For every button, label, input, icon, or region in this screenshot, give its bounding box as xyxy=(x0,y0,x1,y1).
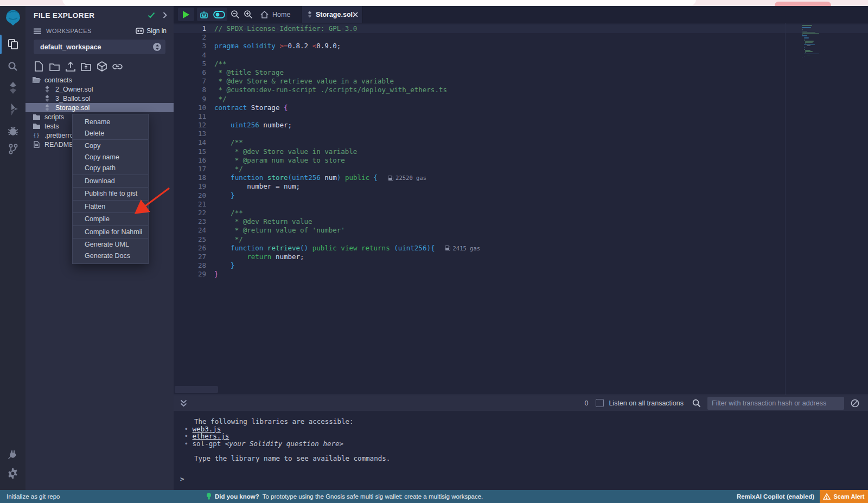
horizontal-scrollbar[interactable] xyxy=(175,386,218,393)
line-number: 14 xyxy=(174,138,206,147)
context-menu-item-download[interactable]: Download xyxy=(73,176,148,187)
sidebar-item-file-explorer[interactable] xyxy=(0,35,25,53)
tree-item-2-owner-sol[interactable]: 2_Owner.sol xyxy=(25,85,174,94)
workspace-select[interactable]: default_workspace xyxy=(34,40,165,54)
sign-in-button[interactable]: Sign in xyxy=(136,27,167,35)
run-script-button[interactable] xyxy=(178,8,194,21)
tab-storage-sol[interactable]: Storage.sol xyxy=(302,6,363,23)
code-text[interactable]: * @dev Return value xyxy=(206,217,312,226)
sol-icon xyxy=(43,86,52,93)
code-text[interactable]: pragma solidity >=0.8.2 <0.9.0; xyxy=(206,42,341,50)
terminal-search-icon[interactable] xyxy=(692,399,701,408)
code-text[interactable]: * @dev Store value in variable xyxy=(206,147,357,156)
context-menu-item-compile-for-nahmii[interactable]: Compile for Nahmii xyxy=(73,227,148,238)
code-text[interactable]: * @dev Store & retrieve value in a varia… xyxy=(206,77,394,86)
code-text[interactable]: // SPDX-License-Identifier: GPL-3.0 xyxy=(206,24,357,33)
terminal-collapse-icon[interactable] xyxy=(180,399,187,407)
line-number: 17 xyxy=(174,165,206,173)
sidebar-item-search[interactable] xyxy=(0,57,25,75)
code-line-23: 23 * @dev Return value xyxy=(174,217,868,226)
link-button[interactable] xyxy=(112,61,123,72)
code-text[interactable]: /** xyxy=(206,60,227,68)
code-text[interactable] xyxy=(206,200,214,209)
context-menu-item-generate-uml[interactable]: Generate UML xyxy=(73,239,148,250)
context-menu-item-generate-docs[interactable]: Generate Docs xyxy=(73,250,148,262)
close-tab-icon[interactable] xyxy=(353,12,358,17)
check-icon[interactable] xyxy=(148,12,155,18)
context-menu-item-flatten[interactable]: Flatten xyxy=(73,201,148,212)
code-text[interactable]: function store(uint256 num) public { xyxy=(206,173,378,182)
context-menu-item-compile[interactable]: Compile xyxy=(73,214,148,225)
zoom-out-button[interactable] xyxy=(231,8,240,21)
code-text[interactable]: */ xyxy=(206,165,243,173)
init-git-repo-button[interactable]: Initialize as git repo xyxy=(7,493,60,500)
line-number: 5 xyxy=(174,60,206,68)
sidebar-item-settings[interactable] xyxy=(0,464,25,482)
code-line-19: 19 number = num; xyxy=(174,182,868,191)
code-text[interactable]: number = num; xyxy=(206,182,300,191)
sidebar-item-plugin-manager[interactable] xyxy=(0,446,25,464)
line-number: 27 xyxy=(174,253,206,261)
tree-item-label: .prettierrc xyxy=(44,132,73,139)
new-folder-button[interactable] xyxy=(49,61,60,72)
sidebar-item-git[interactable] xyxy=(0,140,25,158)
copilot-status[interactable]: RemixAI Copilot (enabled) xyxy=(737,493,814,500)
context-menu-item-rename[interactable]: Rename xyxy=(73,117,148,128)
tab-home[interactable]: Home xyxy=(260,6,290,23)
upload-folder-button[interactable] xyxy=(81,61,91,72)
listen-label: Listen on all transactions xyxy=(609,399,684,407)
code-text[interactable]: contract Storage { xyxy=(206,104,288,112)
code-text[interactable]: } xyxy=(206,261,235,270)
code-text[interactable]: * @custom:dev-run-script ./scripts/deplo… xyxy=(206,86,447,94)
code-text[interactable] xyxy=(206,130,214,138)
scam-alert-button[interactable]: Scam Alert xyxy=(820,490,868,503)
code-line-7: 7 * @dev Store & retrieve value in a var… xyxy=(174,77,868,86)
remix-logo[interactable] xyxy=(0,9,25,27)
code-text[interactable]: * @return value of 'number' xyxy=(206,226,345,235)
code-text[interactable]: * @param num value to store xyxy=(206,156,345,165)
tree-item-contracts[interactable]: contracts xyxy=(25,75,174,85)
code-text[interactable] xyxy=(206,33,214,42)
clear-console-icon[interactable] xyxy=(851,399,859,408)
new-file-button[interactable] xyxy=(34,61,44,72)
transaction-filter-input[interactable] xyxy=(707,397,844,410)
robot-icon[interactable] xyxy=(199,10,209,20)
sidebar-item-deploy-run[interactable] xyxy=(0,100,25,119)
context-menu-item-copy-path[interactable]: Copy path xyxy=(73,163,148,174)
code-text[interactable]: } xyxy=(206,191,235,200)
code-text[interactable]: function retrieve() public view returns … xyxy=(206,244,435,253)
chevron-right-icon[interactable] xyxy=(163,12,167,18)
tree-item-storage-sol[interactable]: Storage.sol xyxy=(25,103,174,112)
terminal-prompt[interactable]: > xyxy=(180,475,184,483)
zoom-in-button[interactable] xyxy=(244,8,253,21)
code-text[interactable] xyxy=(206,112,214,121)
folder-icon xyxy=(32,123,41,130)
workspaces-menu-icon[interactable] xyxy=(34,28,41,34)
context-menu-item-copy-name[interactable]: Copy name xyxy=(73,152,148,163)
sidebar-item-solidity-compiler[interactable] xyxy=(0,79,25,97)
context-menu-item-copy[interactable]: Copy xyxy=(73,140,148,152)
code-text[interactable]: */ xyxy=(206,95,227,104)
copilot-toggle-icon[interactable] xyxy=(213,11,225,18)
code-text[interactable] xyxy=(206,51,214,60)
line-number: 3 xyxy=(174,42,206,50)
code-text[interactable]: * @title Storage xyxy=(206,68,284,77)
code-text[interactable]: /** xyxy=(206,209,243,217)
minimap[interactable] xyxy=(802,25,843,90)
code-editor[interactable]: 1// SPDX-License-Identifier: GPL-3.023pr… xyxy=(174,23,868,395)
code-text[interactable]: uint256 number; xyxy=(206,121,292,130)
code-text[interactable]: return number; xyxy=(206,253,304,261)
files-icon xyxy=(7,38,19,50)
code-text[interactable]: } xyxy=(206,270,219,279)
listen-checkbox[interactable] xyxy=(596,399,604,407)
play-icon xyxy=(182,10,190,19)
sidebar-item-debugger[interactable] xyxy=(0,121,25,140)
context-menu-item-publish-file-to-gist[interactable]: Publish file to gist xyxy=(73,188,148,199)
upload-file-button[interactable] xyxy=(65,61,75,72)
code-text[interactable]: /** xyxy=(206,138,243,147)
tree-item-3-ballot-sol[interactable]: 3_Ballot.sol xyxy=(25,94,174,103)
tree-item-label: scripts xyxy=(44,113,64,121)
context-menu-item-delete[interactable]: Delete xyxy=(73,128,148,139)
load-cube-button[interactable] xyxy=(97,61,107,72)
code-text[interactable]: */ xyxy=(206,235,243,244)
